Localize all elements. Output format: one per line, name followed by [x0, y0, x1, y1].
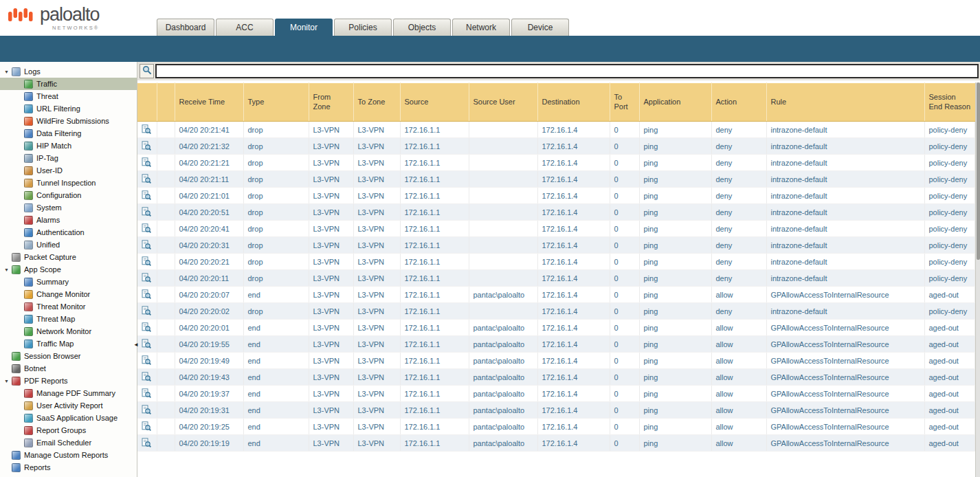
table-row[interactable]: 04/20 20:20:11 drop L3-VPN L3-VPN 172.16… [137, 270, 975, 287]
cell-receive-time[interactable]: 04/20 20:20:21 [175, 254, 243, 270]
cell-source[interactable]: 172.16.1.1 [400, 138, 469, 155]
cell-rule[interactable]: intrazone-default [766, 122, 924, 138]
cell-rule[interactable]: intrazone-default [766, 221, 924, 237]
cell-source[interactable]: 172.16.1.1 [400, 221, 469, 237]
cell-action[interactable]: deny [711, 303, 766, 320]
cell-to-zone[interactable]: L3-VPN [353, 237, 400, 254]
cell-application[interactable]: ping [639, 254, 711, 270]
cell-action[interactable]: allow [711, 386, 766, 402]
cell-type[interactable]: drop [243, 221, 309, 237]
sidebar-item-manage-custom-reports[interactable]: Manage Custom Reports [0, 449, 137, 461]
table-row[interactable]: 04/20 20:20:51 drop L3-VPN L3-VPN 172.16… [137, 204, 975, 221]
cell-source-user[interactable] [469, 171, 537, 188]
sidebar-item-saas-application-usage[interactable]: SaaS Application Usage [0, 412, 137, 424]
cell-source[interactable]: 172.16.1.1 [400, 402, 469, 419]
cell-session-end-reason[interactable]: policy-deny [924, 237, 975, 254]
cell-action[interactable]: deny [711, 270, 766, 287]
cell-application[interactable]: ping [639, 353, 711, 369]
cell-receive-time[interactable]: 04/20 20:19:55 [175, 336, 243, 353]
sidebar-item-reports[interactable]: Reports [0, 461, 137, 474]
cell-type[interactable]: end [243, 435, 309, 452]
cell-action[interactable]: deny [711, 122, 766, 138]
cell-receive-time[interactable]: 04/20 20:19:19 [175, 435, 243, 452]
cell-application[interactable]: ping [639, 122, 711, 138]
cell-type[interactable]: end [243, 369, 309, 386]
cell-to-zone[interactable]: L3-VPN [353, 122, 400, 138]
cell-to-zone[interactable]: L3-VPN [353, 303, 400, 320]
cell-to-port[interactable]: 0 [610, 419, 639, 435]
cell-session-end-reason[interactable]: policy-deny [924, 171, 975, 188]
log-detail-icon[interactable] [142, 124, 151, 134]
tab-device[interactable]: Device [511, 19, 569, 36]
tab-policies[interactable]: Policies [334, 19, 392, 36]
cell-receive-time[interactable]: 04/20 20:20:02 [175, 303, 243, 320]
cell-receive-time[interactable]: 04/20 20:20:51 [175, 204, 243, 221]
sidebar-item-packet-capture[interactable]: Packet Capture [0, 251, 137, 263]
table-row[interactable]: 04/20 20:19:19 end L3-VPN L3-VPN 172.16.… [137, 435, 975, 452]
cell-destination[interactable]: 172.16.1.4 [537, 204, 610, 221]
cell-receive-time[interactable]: 04/20 20:20:01 [175, 320, 243, 336]
cell-from-zone[interactable]: L3-VPN [309, 155, 353, 171]
table-row[interactable]: 04/20 20:20:21 drop L3-VPN L3-VPN 172.16… [137, 254, 975, 270]
cell-source-user[interactable] [469, 254, 537, 270]
cell-from-zone[interactable]: L3-VPN [309, 171, 353, 188]
log-detail-icon[interactable] [142, 372, 151, 381]
sidebar-item-app-scope[interactable]: ▼App Scope [0, 263, 137, 276]
cell-source[interactable]: 172.16.1.1 [400, 237, 469, 254]
cell-source[interactable]: 172.16.1.1 [400, 320, 469, 336]
log-detail-icon[interactable] [142, 256, 151, 266]
cell-source[interactable]: 172.16.1.1 [400, 254, 469, 270]
cell-source[interactable]: 172.16.1.1 [400, 419, 469, 435]
cell-source[interactable]: 172.16.1.1 [400, 287, 469, 303]
cell-to-port[interactable]: 0 [610, 122, 639, 138]
log-detail-icon[interactable] [142, 273, 151, 282]
cell-action[interactable]: deny [711, 171, 766, 188]
cell-destination[interactable]: 172.16.1.4 [537, 419, 610, 435]
cell-from-zone[interactable]: L3-VPN [309, 419, 353, 435]
sidebar-item-url-filtering[interactable]: URL Filtering [0, 102, 137, 115]
cell-to-zone[interactable]: L3-VPN [353, 270, 400, 287]
cell-source-user[interactable]: pantac\paloalto [469, 386, 537, 402]
column-header-to-zone[interactable]: To Zone [353, 83, 400, 122]
cell-source-user[interactable] [469, 270, 537, 287]
cell-destination[interactable]: 172.16.1.4 [537, 122, 610, 138]
sidebar-item-email-scheduler[interactable]: Email Scheduler [0, 436, 137, 449]
cell-rule[interactable]: GPAllowAccessToInternalResource [766, 336, 924, 353]
cell-to-port[interactable]: 0 [610, 303, 639, 320]
cell-receive-time[interactable]: 04/20 20:21:32 [175, 138, 243, 155]
cell-rule[interactable]: intrazone-default [766, 204, 924, 221]
cell-application[interactable]: ping [639, 204, 711, 221]
cell-receive-time[interactable]: 04/20 20:19:37 [175, 386, 243, 402]
cell-type[interactable]: end [243, 386, 309, 402]
log-detail-icon[interactable] [142, 207, 151, 217]
log-detail-icon[interactable] [142, 438, 151, 447]
sidebar-item-manage-pdf-summary[interactable]: Manage PDF Summary [0, 387, 137, 399]
cell-to-zone[interactable]: L3-VPN [353, 138, 400, 155]
cell-to-zone[interactable]: L3-VPN [353, 320, 400, 336]
table-row[interactable]: 04/20 20:21:01 drop L3-VPN L3-VPN 172.16… [137, 188, 975, 204]
log-detail-icon[interactable] [142, 240, 151, 249]
cell-session-end-reason[interactable]: aged-out [924, 369, 975, 386]
cell-action[interactable]: allow [711, 320, 766, 336]
cell-source[interactable]: 172.16.1.1 [400, 204, 469, 221]
table-row[interactable]: 04/20 20:20:07 end L3-VPN L3-VPN 172.16.… [137, 287, 975, 303]
cell-action[interactable]: deny [711, 221, 766, 237]
cell-application[interactable]: ping [639, 155, 711, 171]
sidebar-item-configuration[interactable]: Configuration [0, 189, 137, 201]
cell-source-user[interactable] [469, 221, 537, 237]
cell-from-zone[interactable]: L3-VPN [309, 353, 353, 369]
cell-source-user[interactable]: pantac\paloalto [469, 402, 537, 419]
sidebar-item-wildfire-submissions[interactable]: WildFire Submissions [0, 115, 137, 127]
sidebar-item-network-monitor[interactable]: Network Monitor [0, 325, 137, 337]
cell-destination[interactable]: 172.16.1.4 [537, 270, 610, 287]
table-row[interactable]: 04/20 20:21:41 drop L3-VPN L3-VPN 172.16… [137, 122, 975, 138]
cell-to-zone[interactable]: L3-VPN [353, 402, 400, 419]
cell-rule[interactable]: GPAllowAccessToInternalResource [766, 287, 924, 303]
column-header-type[interactable]: Type [243, 83, 309, 122]
cell-type[interactable]: end [243, 287, 309, 303]
cell-destination[interactable]: 172.16.1.4 [537, 369, 610, 386]
cell-source[interactable]: 172.16.1.1 [400, 369, 469, 386]
tab-network[interactable]: Network [452, 19, 510, 36]
cell-rule[interactable]: intrazone-default [766, 303, 924, 320]
cell-rule[interactable]: GPAllowAccessToInternalResource [766, 419, 924, 435]
